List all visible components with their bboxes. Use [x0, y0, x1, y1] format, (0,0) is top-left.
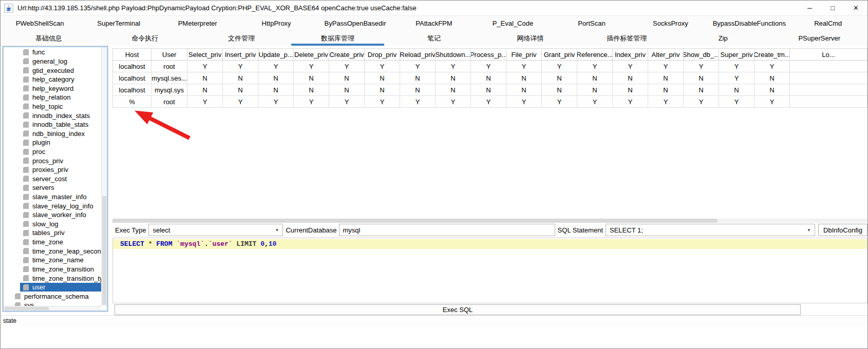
tree-item-plugin[interactable]: plugin — [4, 138, 101, 147]
table-cell[interactable]: Y — [471, 61, 506, 72]
table-cell[interactable]: Y — [754, 96, 790, 108]
column-header-reloadpriv[interactable]: Reload_priv — [400, 49, 436, 61]
tab-P_Eval_Code[interactable]: P_Eval_Code — [474, 16, 552, 31]
table-cell[interactable]: Y — [542, 96, 577, 108]
table-cell[interactable]: Y — [471, 96, 506, 108]
table-cell[interactable]: N — [471, 72, 506, 84]
table-cell[interactable]: Y — [400, 96, 436, 108]
tree-item-proc[interactable]: proc — [4, 147, 101, 157]
tab-PMeterpreter[interactable]: PMeterpreter — [158, 16, 237, 31]
current-database-input[interactable] — [339, 224, 555, 236]
column-header-createpriv[interactable]: Create_priv — [329, 49, 365, 61]
tab-ByPassOpenBasedir[interactable]: ByPassOpenBasedir — [316, 16, 394, 31]
maximize-icon[interactable]: □ — [821, 1, 844, 16]
sql-statement-select[interactable]: SELECT 1; ▼ — [606, 224, 815, 236]
tree-item-slave_worker_info[interactable]: slave_worker_info — [4, 210, 101, 220]
table-cell[interactable]: Y — [613, 61, 648, 72]
exec-sql-button[interactable]: Exec SQL — [115, 304, 801, 315]
table-cell[interactable]: N — [187, 72, 223, 84]
table-cell[interactable]: localhost — [113, 84, 152, 96]
table-cell[interactable]: N — [648, 84, 684, 96]
table-cell[interactable]: N — [613, 72, 648, 84]
table-cell[interactable]: mysql.ses... — [152, 72, 187, 84]
table-cell[interactable]: N — [648, 72, 684, 84]
tree-item-user[interactable]: user — [4, 283, 101, 292]
table-cell[interactable]: N — [754, 84, 790, 96]
table-cell[interactable]: N — [187, 84, 223, 96]
table-cell[interactable]: N — [329, 84, 365, 96]
tab-文件管理[interactable]: 文件管理 — [193, 31, 290, 46]
table-cell[interactable] — [790, 72, 867, 84]
table-cell[interactable]: N — [471, 84, 506, 96]
tab-SuperTerminal[interactable]: SuperTerminal — [79, 16, 158, 31]
table-cell[interactable]: Y — [187, 61, 223, 72]
table-cell[interactable]: Y — [648, 61, 684, 72]
tree-item-server_cost[interactable]: server_cost — [4, 174, 101, 184]
tree-item-time_zone_transition_type[interactable]: time_zone_transition_type — [4, 274, 101, 283]
tree-item-help_category[interactable]: help_category — [4, 75, 101, 84]
sql-editor[interactable]: SELECT * FROM `mysql`.`user` LIMIT 0,10 — [112, 238, 867, 303]
table-cell[interactable]: N — [577, 72, 613, 84]
table-cell[interactable]: Y — [684, 61, 719, 72]
tab-PAttackFPM[interactable]: PAttackFPM — [394, 16, 473, 31]
tree-item-time_zone[interactable]: time_zone — [4, 238, 101, 247]
table-cell[interactable]: N — [506, 84, 542, 96]
table-cell[interactable]: N — [223, 72, 258, 84]
table-cell[interactable]: Y — [506, 61, 542, 72]
tab-Zip[interactable]: Zip — [675, 31, 771, 46]
table-cell[interactable]: Y — [223, 61, 258, 72]
table-cell[interactable]: mysql.sys — [152, 84, 187, 96]
tree-item-innodb_table_stats[interactable]: innodb_table_stats — [4, 120, 101, 129]
table-cell[interactable]: root — [152, 96, 187, 108]
table-cell[interactable]: N — [684, 84, 719, 96]
tab-笔记[interactable]: 笔记 — [386, 31, 482, 46]
table-cell[interactable]: Y — [754, 61, 790, 72]
table-cell[interactable]: Y — [684, 96, 719, 108]
tree-item-tables_priv[interactable]: tables_priv — [4, 228, 101, 238]
column-header-host[interactable]: Host — [113, 49, 152, 61]
tree-item-servers[interactable]: servers — [4, 183, 101, 192]
tab-基础信息[interactable]: 基础信息 — [1, 31, 97, 46]
tree-horizontal-scrollbar-thumb[interactable] — [5, 307, 49, 310]
tree-item-help_keyword[interactable]: help_keyword — [4, 84, 101, 93]
table-cell[interactable]: N — [400, 84, 436, 96]
table-cell[interactable]: localhost — [113, 72, 152, 84]
column-header-showdb[interactable]: Show_db_... — [684, 49, 719, 61]
table-cell[interactable] — [790, 61, 867, 72]
table-cell[interactable]: N — [542, 84, 577, 96]
tab-SocksProxy[interactable]: SocksProxy — [631, 16, 710, 31]
table-cell[interactable]: N — [613, 84, 648, 96]
exec-type-select[interactable]: select ▼ — [148, 224, 283, 236]
tree-item-ndb_binlog_index[interactable]: ndb_binlog_index — [4, 129, 101, 138]
table-cell[interactable]: Y — [258, 61, 294, 72]
table-cell[interactable]: N — [329, 72, 365, 84]
tree-vertical-scrollbar-thumb[interactable] — [102, 196, 106, 305]
table-cell[interactable]: Y — [223, 96, 258, 108]
tree-item-general_log[interactable]: general_log — [4, 57, 101, 66]
column-header-processp[interactable]: Process_p... — [471, 49, 506, 61]
table-cell[interactable]: root — [152, 61, 187, 72]
tab-PWebShellScan[interactable]: PWebShellScan — [1, 16, 79, 31]
table-cell[interactable]: Y — [436, 96, 471, 108]
table-cell[interactable]: Y — [329, 61, 365, 72]
table-cell[interactable]: N — [684, 72, 719, 84]
tree-item-innodb_index_stats[interactable]: innodb_index_stats — [4, 111, 101, 120]
column-header-alterpriv[interactable]: Alter_priv — [648, 49, 684, 61]
table-cell[interactable]: Y — [329, 96, 365, 108]
table-cell[interactable]: N — [223, 84, 258, 96]
tree-item-help_relation[interactable]: help_relation — [4, 93, 101, 102]
table-cell[interactable]: Y — [365, 61, 400, 72]
tab-插件标签管理[interactable]: 插件标签管理 — [578, 31, 675, 46]
column-header-user[interactable]: User — [152, 49, 187, 61]
tree-item-time_zone_name[interactable]: time_zone_name — [4, 256, 101, 265]
table-cell[interactable]: localhost — [113, 61, 152, 72]
tree-item-help_topic[interactable]: help_topic — [4, 102, 101, 111]
column-header-shutdown[interactable]: Shutdown... — [436, 49, 471, 61]
table-cell[interactable]: N — [400, 72, 436, 84]
tree-item-slow_log[interactable]: slow_log — [4, 220, 101, 229]
tab-PortScan[interactable]: PortScan — [552, 16, 631, 31]
minimize-icon[interactable]: ─ — [798, 1, 821, 16]
tree-item-proxies_priv[interactable]: proxies_priv — [4, 165, 101, 174]
table-cell[interactable]: Y — [294, 61, 329, 72]
tab-命令执行[interactable]: 命令执行 — [97, 31, 194, 46]
